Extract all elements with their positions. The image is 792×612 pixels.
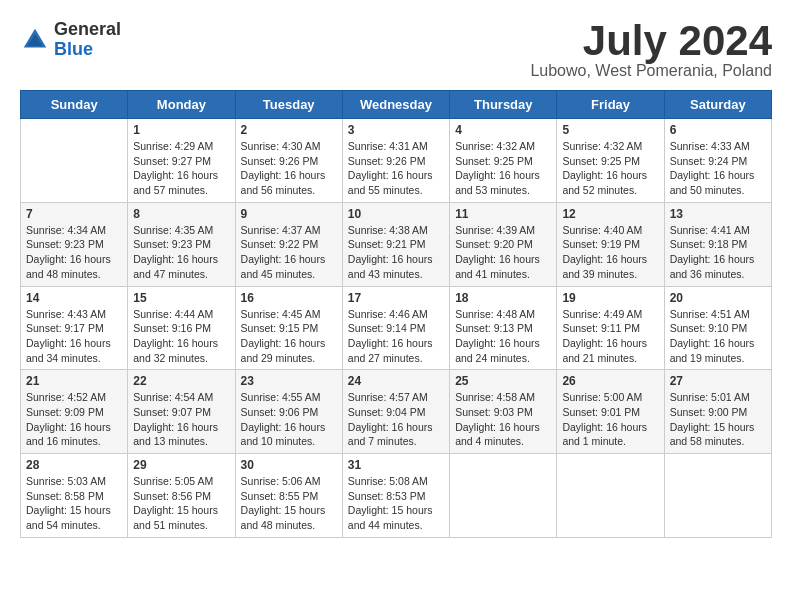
day-info: Sunrise: 4:35 AM Sunset: 9:23 PM Dayligh… xyxy=(133,223,229,282)
day-info: Sunrise: 4:45 AM Sunset: 9:15 PM Dayligh… xyxy=(241,307,337,366)
day-number: 16 xyxy=(241,291,337,305)
calendar-cell: 30Sunrise: 5:06 AM Sunset: 8:55 PM Dayli… xyxy=(235,454,342,538)
day-number: 1 xyxy=(133,123,229,137)
calendar-cell xyxy=(664,454,771,538)
day-number: 23 xyxy=(241,374,337,388)
day-number: 5 xyxy=(562,123,658,137)
calendar-cell: 29Sunrise: 5:05 AM Sunset: 8:56 PM Dayli… xyxy=(128,454,235,538)
day-info: Sunrise: 4:52 AM Sunset: 9:09 PM Dayligh… xyxy=(26,390,122,449)
day-info: Sunrise: 5:08 AM Sunset: 8:53 PM Dayligh… xyxy=(348,474,444,533)
day-number: 8 xyxy=(133,207,229,221)
day-number: 12 xyxy=(562,207,658,221)
day-info: Sunrise: 4:51 AM Sunset: 9:10 PM Dayligh… xyxy=(670,307,766,366)
day-number: 26 xyxy=(562,374,658,388)
calendar-cell: 12Sunrise: 4:40 AM Sunset: 9:19 PM Dayli… xyxy=(557,202,664,286)
calendar-cell: 8Sunrise: 4:35 AM Sunset: 9:23 PM Daylig… xyxy=(128,202,235,286)
day-info: Sunrise: 4:30 AM Sunset: 9:26 PM Dayligh… xyxy=(241,139,337,198)
location: Lubowo, West Pomerania, Poland xyxy=(530,62,772,80)
day-header-thursday: Thursday xyxy=(450,91,557,119)
calendar-cell xyxy=(450,454,557,538)
calendar-week-row: 21Sunrise: 4:52 AM Sunset: 9:09 PM Dayli… xyxy=(21,370,772,454)
day-number: 27 xyxy=(670,374,766,388)
calendar-cell: 2Sunrise: 4:30 AM Sunset: 9:26 PM Daylig… xyxy=(235,119,342,203)
calendar-cell: 1Sunrise: 4:29 AM Sunset: 9:27 PM Daylig… xyxy=(128,119,235,203)
day-info: Sunrise: 4:46 AM Sunset: 9:14 PM Dayligh… xyxy=(348,307,444,366)
day-number: 19 xyxy=(562,291,658,305)
day-number: 31 xyxy=(348,458,444,472)
calendar-week-row: 7Sunrise: 4:34 AM Sunset: 9:23 PM Daylig… xyxy=(21,202,772,286)
day-number: 22 xyxy=(133,374,229,388)
calendar-cell: 18Sunrise: 4:48 AM Sunset: 9:13 PM Dayli… xyxy=(450,286,557,370)
day-number: 21 xyxy=(26,374,122,388)
calendar-cell: 5Sunrise: 4:32 AM Sunset: 9:25 PM Daylig… xyxy=(557,119,664,203)
day-number: 20 xyxy=(670,291,766,305)
calendar-cell: 15Sunrise: 4:44 AM Sunset: 9:16 PM Dayli… xyxy=(128,286,235,370)
logo: General Blue xyxy=(20,20,121,60)
day-info: Sunrise: 4:55 AM Sunset: 9:06 PM Dayligh… xyxy=(241,390,337,449)
day-info: Sunrise: 4:32 AM Sunset: 9:25 PM Dayligh… xyxy=(455,139,551,198)
calendar-cell xyxy=(21,119,128,203)
day-info: Sunrise: 4:41 AM Sunset: 9:18 PM Dayligh… xyxy=(670,223,766,282)
title-area: July 2024 Lubowo, West Pomerania, Poland xyxy=(530,20,772,80)
day-number: 10 xyxy=(348,207,444,221)
calendar-cell: 9Sunrise: 4:37 AM Sunset: 9:22 PM Daylig… xyxy=(235,202,342,286)
day-number: 4 xyxy=(455,123,551,137)
calendar-cell xyxy=(557,454,664,538)
day-info: Sunrise: 4:37 AM Sunset: 9:22 PM Dayligh… xyxy=(241,223,337,282)
calendar-week-row: 1Sunrise: 4:29 AM Sunset: 9:27 PM Daylig… xyxy=(21,119,772,203)
day-number: 7 xyxy=(26,207,122,221)
day-info: Sunrise: 5:00 AM Sunset: 9:01 PM Dayligh… xyxy=(562,390,658,449)
day-info: Sunrise: 4:40 AM Sunset: 9:19 PM Dayligh… xyxy=(562,223,658,282)
day-info: Sunrise: 4:34 AM Sunset: 9:23 PM Dayligh… xyxy=(26,223,122,282)
day-info: Sunrise: 4:54 AM Sunset: 9:07 PM Dayligh… xyxy=(133,390,229,449)
day-info: Sunrise: 5:03 AM Sunset: 8:58 PM Dayligh… xyxy=(26,474,122,533)
calendar-cell: 25Sunrise: 4:58 AM Sunset: 9:03 PM Dayli… xyxy=(450,370,557,454)
calendar-header-row: SundayMondayTuesdayWednesdayThursdayFrid… xyxy=(21,91,772,119)
day-number: 11 xyxy=(455,207,551,221)
day-number: 14 xyxy=(26,291,122,305)
calendar-cell: 19Sunrise: 4:49 AM Sunset: 9:11 PM Dayli… xyxy=(557,286,664,370)
day-number: 25 xyxy=(455,374,551,388)
calendar-cell: 26Sunrise: 5:00 AM Sunset: 9:01 PM Dayli… xyxy=(557,370,664,454)
day-number: 3 xyxy=(348,123,444,137)
day-info: Sunrise: 4:29 AM Sunset: 9:27 PM Dayligh… xyxy=(133,139,229,198)
day-number: 24 xyxy=(348,374,444,388)
day-header-tuesday: Tuesday xyxy=(235,91,342,119)
day-info: Sunrise: 4:39 AM Sunset: 9:20 PM Dayligh… xyxy=(455,223,551,282)
day-info: Sunrise: 4:43 AM Sunset: 9:17 PM Dayligh… xyxy=(26,307,122,366)
calendar-cell: 27Sunrise: 5:01 AM Sunset: 9:00 PM Dayli… xyxy=(664,370,771,454)
day-info: Sunrise: 4:31 AM Sunset: 9:26 PM Dayligh… xyxy=(348,139,444,198)
day-number: 30 xyxy=(241,458,337,472)
day-number: 2 xyxy=(241,123,337,137)
day-number: 17 xyxy=(348,291,444,305)
calendar-cell: 22Sunrise: 4:54 AM Sunset: 9:07 PM Dayli… xyxy=(128,370,235,454)
day-number: 29 xyxy=(133,458,229,472)
day-header-saturday: Saturday xyxy=(664,91,771,119)
calendar-cell: 7Sunrise: 4:34 AM Sunset: 9:23 PM Daylig… xyxy=(21,202,128,286)
day-number: 28 xyxy=(26,458,122,472)
calendar-cell: 3Sunrise: 4:31 AM Sunset: 9:26 PM Daylig… xyxy=(342,119,449,203)
day-header-wednesday: Wednesday xyxy=(342,91,449,119)
calendar-cell: 16Sunrise: 4:45 AM Sunset: 9:15 PM Dayli… xyxy=(235,286,342,370)
calendar-cell: 13Sunrise: 4:41 AM Sunset: 9:18 PM Dayli… xyxy=(664,202,771,286)
calendar-cell: 10Sunrise: 4:38 AM Sunset: 9:21 PM Dayli… xyxy=(342,202,449,286)
calendar-week-row: 28Sunrise: 5:03 AM Sunset: 8:58 PM Dayli… xyxy=(21,454,772,538)
day-header-sunday: Sunday xyxy=(21,91,128,119)
day-info: Sunrise: 5:06 AM Sunset: 8:55 PM Dayligh… xyxy=(241,474,337,533)
day-info: Sunrise: 4:57 AM Sunset: 9:04 PM Dayligh… xyxy=(348,390,444,449)
calendar-cell: 14Sunrise: 4:43 AM Sunset: 9:17 PM Dayli… xyxy=(21,286,128,370)
page-header: General Blue July 2024 Lubowo, West Pome… xyxy=(20,20,772,80)
day-info: Sunrise: 4:48 AM Sunset: 9:13 PM Dayligh… xyxy=(455,307,551,366)
day-number: 18 xyxy=(455,291,551,305)
calendar-cell: 28Sunrise: 5:03 AM Sunset: 8:58 PM Dayli… xyxy=(21,454,128,538)
calendar-cell: 23Sunrise: 4:55 AM Sunset: 9:06 PM Dayli… xyxy=(235,370,342,454)
day-number: 15 xyxy=(133,291,229,305)
calendar-table: SundayMondayTuesdayWednesdayThursdayFrid… xyxy=(20,90,772,538)
logo-text: General Blue xyxy=(54,20,121,60)
day-info: Sunrise: 4:58 AM Sunset: 9:03 PM Dayligh… xyxy=(455,390,551,449)
calendar-cell: 11Sunrise: 4:39 AM Sunset: 9:20 PM Dayli… xyxy=(450,202,557,286)
day-number: 6 xyxy=(670,123,766,137)
day-info: Sunrise: 4:32 AM Sunset: 9:25 PM Dayligh… xyxy=(562,139,658,198)
month-title: July 2024 xyxy=(530,20,772,62)
day-info: Sunrise: 5:01 AM Sunset: 9:00 PM Dayligh… xyxy=(670,390,766,449)
